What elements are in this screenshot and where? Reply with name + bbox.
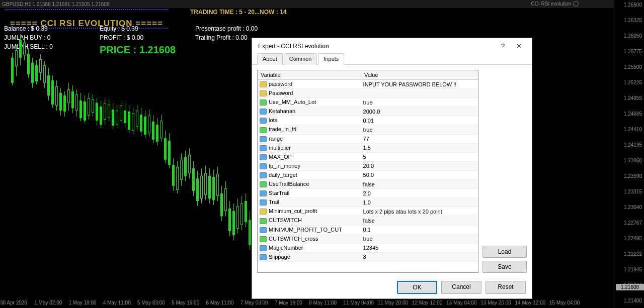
x-tick: 11 May 04:00: [343, 300, 377, 308]
var-value[interactable]: Lots x 2 pips atau lots x 20 point: [361, 207, 478, 216]
input-row[interactable]: Use_MM_Auto_Lottrue: [258, 98, 478, 107]
tab-about[interactable]: About: [257, 53, 283, 65]
input-row[interactable]: UseTrailBalancefalse: [258, 180, 478, 189]
var-name: tp_in_money: [269, 163, 300, 169]
num-type-icon: [260, 154, 267, 160]
x-tick: 4 May 11:00: [103, 300, 137, 308]
x-tick: 1 May 02:00: [34, 300, 68, 308]
y-axis: 1.266001.263251.260501.257751.255001.252…: [614, 0, 644, 308]
y-tick: 1.23040: [624, 204, 642, 210]
var-value[interactable]: 0.1: [361, 225, 478, 234]
x-tick: 1 May 18:00: [68, 300, 103, 308]
input-row[interactable]: lots0.01: [258, 116, 478, 125]
input-row[interactable]: Trail1.0: [258, 198, 478, 207]
y-tick: 1.26325: [624, 18, 642, 23]
input-row[interactable]: passwordINPUT YOUR PASSWORD BELOW !!: [258, 80, 478, 89]
var-value[interactable]: 1.5: [361, 143, 478, 152]
reset-button[interactable]: Reset: [486, 281, 526, 294]
var-value[interactable]: 50.0: [361, 170, 478, 179]
y-tick: 1.21945: [624, 267, 642, 272]
input-row[interactable]: CUTSWITCHfalse: [258, 216, 478, 225]
col-variable[interactable]: Variable: [258, 70, 361, 80]
save-button[interactable]: Save: [482, 261, 527, 273]
var-value[interactable]: 5: [361, 152, 478, 161]
input-row[interactable]: MINIMUM_PROFIT_TO_CUT0.1: [258, 225, 478, 234]
var-value[interactable]: false: [361, 180, 478, 189]
x-tick: 13 May 20:00: [480, 300, 515, 308]
ab-type-icon: [260, 81, 267, 87]
var-value[interactable]: true: [361, 98, 478, 107]
input-row[interactable]: Ketahanan2000.0: [258, 107, 478, 116]
price-marker: 1.21608: [616, 284, 644, 290]
bool-type-icon: [260, 218, 267, 224]
num-type-icon: [260, 199, 267, 206]
num-type-icon: [260, 254, 267, 260]
var-value[interactable]: 3: [361, 252, 478, 261]
input-row[interactable]: MAX_OP5: [258, 152, 478, 161]
y-tick: 1.23860: [624, 158, 642, 163]
bool-type-icon: [260, 99, 267, 106]
inputs-table[interactable]: Variable Value passwordINPUT YOUR PASSWO…: [257, 70, 478, 273]
load-button[interactable]: Load: [482, 246, 527, 258]
x-tick: 7 May 19:00: [275, 300, 309, 308]
input-row[interactable]: range77: [258, 134, 478, 143]
help-icon[interactable]: ?: [496, 42, 510, 50]
tab-inputs[interactable]: Inputs: [318, 53, 344, 65]
var-value[interactable]: 1.0: [361, 198, 478, 207]
y-tick: 1.23590: [624, 173, 642, 179]
ab-type-icon: [260, 209, 267, 215]
var-value[interactable]: true: [361, 234, 478, 243]
dialog-titlebar[interactable]: Expert - CCI RSI evolution ? ✕: [252, 38, 532, 53]
input-row[interactable]: multiplier1.5: [258, 143, 478, 152]
y-tick: 1.22767: [624, 220, 642, 226]
var-value[interactable]: INPUT YOUR PASSWORD BELOW !!: [361, 80, 478, 89]
var-name: Use_MM_Auto_Lot: [269, 99, 316, 105]
x-tick: 11 May 20:00: [378, 300, 412, 308]
input-row[interactable]: daily_target50.0: [258, 170, 478, 179]
var-value[interactable]: false: [361, 216, 478, 225]
var-name: Ketahanan: [269, 108, 295, 114]
var-value[interactable]: 20.0: [361, 161, 478, 170]
ok-button[interactable]: OK: [397, 281, 437, 294]
var-name: CUTSWITCH: [269, 217, 302, 223]
var-value[interactable]: 2000.0: [361, 107, 478, 116]
var-value[interactable]: 2.0: [361, 189, 478, 198]
var-value[interactable]: 12345: [361, 243, 478, 252]
var-value[interactable]: true: [361, 125, 478, 134]
input-row[interactable]: Slippage3: [258, 252, 478, 261]
x-tick: 14 May 12:00: [515, 300, 549, 308]
input-row[interactable]: StarTrail2.0: [258, 189, 478, 198]
var-name: MagicNumber: [269, 245, 303, 251]
bool-type-icon: [260, 181, 267, 187]
var-name: CUTSWITCH_cross: [269, 236, 318, 242]
dialog-title: Expert - CCI RSI evolution: [258, 43, 329, 50]
x-tick: 6 May 11:00: [206, 300, 240, 308]
num-type-icon: [260, 172, 267, 178]
y-tick: 1.25500: [624, 64, 642, 70]
num-type-icon: [260, 109, 267, 115]
input-row[interactable]: Password: [258, 89, 478, 98]
y-tick: 1.26050: [624, 33, 642, 39]
close-icon[interactable]: ✕: [512, 42, 526, 50]
x-tick: 12 May 12:00: [412, 300, 446, 308]
var-value[interactable]: [361, 89, 478, 98]
var-value[interactable]: 77: [361, 134, 478, 143]
x-tick: 8 May 11:00: [309, 300, 343, 308]
num-type-icon: [260, 163, 267, 169]
num-type-icon: [260, 190, 267, 196]
input-row[interactable]: tp_in_money20.0: [258, 161, 478, 170]
input-row[interactable]: MagicNumber12345: [258, 243, 478, 252]
num-type-icon: [260, 118, 267, 124]
input-row[interactable]: CUTSWITCH_crosstrue: [258, 234, 478, 243]
cancel-button[interactable]: Cancel: [441, 281, 481, 294]
input-row[interactable]: Minimum_cut_profitLots x 2 pips atau lot…: [258, 207, 478, 216]
num-type-icon: [260, 136, 267, 142]
var-value[interactable]: 0.01: [361, 116, 478, 125]
input-row[interactable]: trade_in_fritrue: [258, 125, 478, 134]
col-value[interactable]: Value: [361, 70, 478, 80]
var-name: Slippage: [269, 254, 290, 260]
y-tick: 1.24955: [624, 95, 642, 101]
var-name: trade_in_fri: [269, 126, 296, 132]
bool-type-icon: [260, 127, 267, 133]
tab-common[interactable]: Common: [284, 53, 317, 65]
